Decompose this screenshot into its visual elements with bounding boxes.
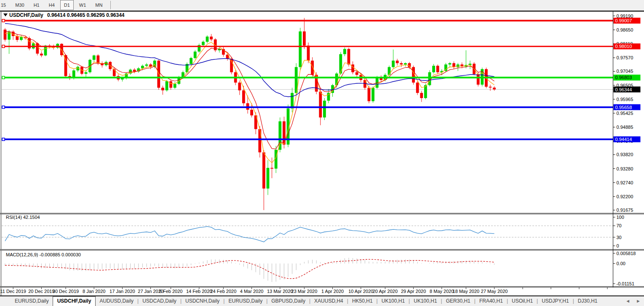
rsi-tick-label: 100 [617, 215, 624, 220]
tabs-scroll-right-icon[interactable]: ► [636, 298, 641, 303]
macd-tick-label: 0.00 [617, 261, 625, 266]
timeframe-button-m30[interactable]: M30 [11, 0, 28, 10]
time-tick-label: 23 Mar 2020 [291, 289, 318, 294]
rsi-tick-label: 30 [617, 235, 622, 240]
tab-gbpusd-daily[interactable]: GBPUSD,Daily [267, 296, 309, 306]
price-tick-label: 0.92200 [617, 194, 633, 199]
rsi-tick-label: 0 [617, 243, 619, 248]
price-tick-label: 0.94885 [617, 125, 633, 130]
tab-usdjpy-h1[interactable]: USDJPY,H1 [538, 296, 572, 306]
price-badge-label: 0.99007 [615, 18, 632, 23]
chart-window: USDCHF,Daily0.96414 0.96465 0.96295 0.96… [0, 11, 644, 295]
tab-usoil-h1[interactable]: USOil,H1 [508, 296, 537, 306]
tab-xauusd-h4[interactable]: XAUUSD,H4 [310, 296, 347, 306]
time-tick-label: 13 Mar 2020 [267, 289, 293, 294]
tab-fra40-h1[interactable]: FRA40,H1 [476, 296, 507, 306]
time-tick-label: 24 Feb 2020 [211, 289, 237, 294]
chart-tabs-bar: EURUSD,DailyUSDCHF,DailyAUDUSD,Daily|USD… [0, 295, 644, 306]
time-tick-label: 20 Dec 2019 [28, 289, 54, 294]
tab-hk50-h1[interactable]: HK50,H1 [348, 296, 377, 306]
price-badge-label: 0.95658 [615, 105, 632, 110]
hline-handle[interactable] [2, 106, 5, 109]
macd-label: MACD(12,26,9) -0.000885 0.000030 [6, 252, 81, 257]
tab-usdchf-daily[interactable]: USDCHF,Daily [53, 296, 96, 306]
timeframe-button-d1[interactable]: D1 [60, 0, 74, 10]
tab-uk100-h1[interactable]: UK100,H1 [410, 296, 441, 306]
price-badge-label: 0.94414 [615, 137, 632, 142]
timeframe-button-h1[interactable]: H1 [30, 0, 43, 10]
tab-ger30-h1[interactable]: GER30,H1 [442, 296, 474, 306]
tab-audusd-daily[interactable]: AUDUSD,Daily [96, 296, 137, 306]
time-tick-label: 27 May 2020 [481, 289, 508, 294]
tab-usdcnh-daily[interactable]: USDCNH,Daily [182, 296, 223, 306]
macd-tick-label: 0.005818 [617, 251, 636, 256]
tab-dj30-h1[interactable]: DJ30,H1 [574, 296, 601, 306]
tab-uk100-h1[interactable]: UK100,H1 [378, 296, 409, 306]
time-tick-label: 1 Apr 2020 [321, 289, 344, 294]
time-tick-label: 18 May 2020 [453, 289, 480, 294]
rsi-label: RSI(14) 42.1504 [6, 215, 40, 220]
chart-ohlc-values: 0.96414 0.96465 0.96295 0.96344 [47, 12, 125, 18]
tab-usdcad-daily[interactable]: USDCAD,Daily [139, 296, 180, 306]
tabs-scroll-controls: ◄► [625, 296, 644, 306]
time-tick-label: 17 Jan 2020 [110, 289, 135, 294]
price-badge-label: 0.96344 [615, 87, 632, 92]
hline-handle[interactable] [2, 19, 5, 22]
price-tick-label: 0.91675 [617, 208, 633, 213]
time-tick-label: 5 Feb 2020 [159, 289, 183, 294]
timeframe-toolbar: 15M30H1H4D1W1MN [0, 0, 644, 11]
tab-eurusd-daily[interactable]: EURUSD,Daily [224, 296, 266, 306]
price-tick-label: 0.93820 [617, 152, 633, 157]
tabs-scroll-left-icon[interactable]: ◄ [625, 298, 630, 303]
time-tick-label: 30 Dec 2019 [53, 289, 79, 294]
time-tick-label: 20 Apr 2020 [373, 289, 398, 294]
macd-tick-label: -0.01151 [617, 281, 635, 286]
time-tick-label: 4 Mar 2020 [240, 289, 264, 294]
timeframe-button-mn[interactable]: MN [91, 0, 106, 10]
timeframe-button-15[interactable]: 15 [0, 0, 10, 10]
chart-background [0, 11, 644, 295]
time-tick-label: 8 May 2020 [430, 289, 454, 294]
time-tick-label: 11 Dec 2019 [0, 289, 26, 294]
hline-handle[interactable] [2, 138, 5, 141]
tab-eurusd-daily[interactable]: EURUSD,Daily [11, 296, 53, 306]
time-tick-label: 10 Apr 2020 [348, 289, 373, 294]
hline-handle[interactable] [2, 76, 5, 79]
price-tick-label: 0.99190 [617, 13, 633, 19]
price-badge-label: 0.98010 [615, 44, 632, 49]
toolbar-divider [110, 1, 111, 9]
price-tick-label: 0.98650 [617, 27, 633, 32]
tabs-left-margin [0, 296, 11, 306]
price-tick-label: 0.97570 [617, 55, 633, 60]
chart-symbol-title: USDCHF,Daily [9, 12, 43, 18]
price-badge-label: 0.96803 [615, 75, 632, 80]
price-tick-label: 0.95965 [617, 97, 633, 102]
chart-title-group: USDCHF,Daily0.96414 0.96465 0.96295 0.96… [3, 12, 125, 18]
price-tick-label: 0.97045 [617, 69, 633, 74]
timeframe-button-h4[interactable]: H4 [45, 0, 59, 10]
rsi-tick-label: 70 [617, 223, 622, 228]
price-tick-label: 0.93280 [617, 166, 633, 171]
price-chart[interactable]: USDCHF,Daily0.96414 0.96465 0.96295 0.96… [0, 11, 644, 295]
price-tick-label: 0.95425 [617, 111, 633, 116]
time-tick-label: 14 Feb 2020 [186, 289, 212, 294]
time-tick-label: 8 Jan 2020 [83, 289, 105, 294]
timeframe-button-w1[interactable]: W1 [75, 0, 90, 10]
time-tick-label: 29 Apr 2020 [401, 289, 426, 294]
hline-handle[interactable] [2, 45, 5, 48]
price-tick-label: 0.92740 [617, 180, 633, 185]
